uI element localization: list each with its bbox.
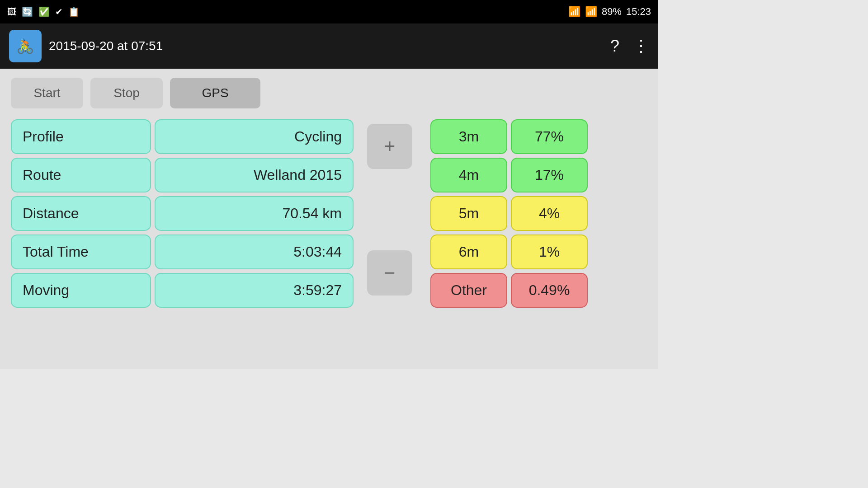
controls-row: Start Stop GPS xyxy=(11,78,647,108)
status-bar: 🖼 🔄 ✅ ✔ 📋 📶 📶 89% 15:23 xyxy=(0,0,658,23)
app-bar-left: 🚴 2015-09-20 at 07:51 xyxy=(9,30,163,62)
data-label[interactable]: Total Time xyxy=(11,235,151,269)
wifi-icon: 📶 xyxy=(568,6,580,18)
app-icon: 🚴 xyxy=(9,30,42,62)
data-value: 5:03:44 xyxy=(155,235,354,269)
stat-value: 0.49% xyxy=(511,273,588,308)
stat-label[interactable]: 3m xyxy=(430,119,507,154)
table-row: Moving3:59:27 xyxy=(11,273,354,308)
app-bar-right[interactable]: ? ⋮ xyxy=(610,37,649,56)
main-content: Start Stop GPS ProfileCyclingRouteWellan… xyxy=(0,69,658,369)
stat-label[interactable]: Other xyxy=(430,273,507,308)
stats-panel: 3m77%4m17%5m4%6m1%Other0.49% xyxy=(430,119,588,308)
data-value: Cycling xyxy=(155,119,354,154)
stat-label[interactable]: 5m xyxy=(430,196,507,231)
center-buttons: + − xyxy=(367,124,412,296)
minus-button[interactable]: − xyxy=(367,250,412,296)
check-icon: ✔ xyxy=(55,6,63,17)
app-title: 2015-09-20 at 07:51 xyxy=(49,39,163,53)
stat-label[interactable]: 4m xyxy=(430,158,507,192)
data-value: 3:59:27 xyxy=(155,273,354,308)
table-row: Total Time5:03:44 xyxy=(11,235,354,269)
start-button[interactable]: Start xyxy=(11,78,83,108)
data-label[interactable]: Profile xyxy=(11,119,151,154)
app-bar: 🚴 2015-09-20 at 07:51 ? ⋮ xyxy=(0,23,658,69)
stop-button[interactable]: Stop xyxy=(90,78,163,108)
data-table: ProfileCyclingRouteWelland 2015Distance7… xyxy=(11,119,354,308)
table-row: Distance70.54 km xyxy=(11,196,354,231)
plus-button[interactable]: + xyxy=(367,124,412,169)
data-value: Welland 2015 xyxy=(155,158,354,192)
sync-icon: 🔄 xyxy=(22,6,33,17)
status-bar-right: 📶 📶 89% 15:23 xyxy=(568,6,651,18)
status-bar-left: 🖼 🔄 ✅ ✔ 📋 xyxy=(7,6,80,17)
data-label[interactable]: Moving xyxy=(11,273,151,308)
stat-label[interactable]: 6m xyxy=(430,235,507,269)
menu-button[interactable]: ⋮ xyxy=(633,37,649,56)
time-text: 15:23 xyxy=(626,6,651,18)
signal-icon: 📶 xyxy=(585,6,597,18)
data-value: 70.54 km xyxy=(155,196,354,231)
table-row: ProfileCycling xyxy=(11,119,354,154)
stat-value: 4% xyxy=(511,196,588,231)
check-circle-icon: ✅ xyxy=(38,6,50,17)
stat-value: 77% xyxy=(511,119,588,154)
image-icon: 🖼 xyxy=(7,7,16,17)
data-label[interactable]: Route xyxy=(11,158,151,192)
battery-text: 89% xyxy=(602,6,622,18)
gps-button[interactable]: GPS xyxy=(170,78,260,108)
data-section: ProfileCyclingRouteWelland 2015Distance7… xyxy=(11,119,647,308)
clipboard-icon: 📋 xyxy=(68,6,80,17)
stat-value: 1% xyxy=(511,235,588,269)
table-row: RouteWelland 2015 xyxy=(11,158,354,192)
stat-value: 17% xyxy=(511,158,588,192)
help-button[interactable]: ? xyxy=(610,37,619,56)
data-label[interactable]: Distance xyxy=(11,196,151,231)
